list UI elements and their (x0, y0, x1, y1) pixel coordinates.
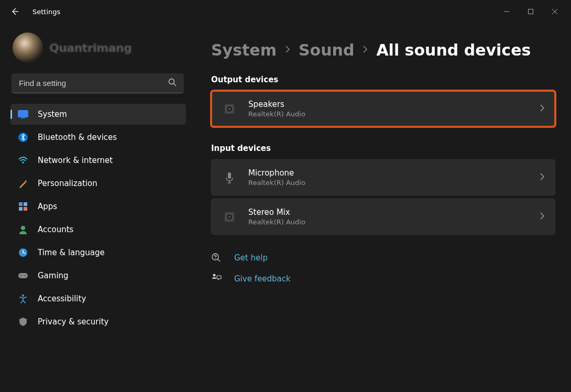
maximize-button[interactable] (519, 3, 543, 20)
search-input[interactable] (12, 73, 184, 93)
sidebar-item-personalization[interactable]: Personalization (10, 173, 186, 194)
chevron-right-icon (540, 104, 544, 114)
svg-point-16 (22, 295, 24, 297)
svg-point-25 (215, 258, 215, 258)
sidebar-item-label: Personalization (38, 179, 97, 188)
svg-rect-0 (529, 9, 533, 14)
sidebar-item-accessibility[interactable]: Accessibility (10, 288, 186, 309)
output-devices-section: Output devices Speakers Realtek(R) Audio (211, 75, 555, 127)
device-text: Microphone Realtek(R) Audio (248, 168, 529, 187)
profile-section[interactable]: Quantrimang (10, 29, 186, 73)
sidebar-item-gaming[interactable]: Gaming (10, 265, 186, 286)
svg-point-11 (21, 226, 25, 230)
sidebar-nav: System Bluetooth & devices Network & int… (10, 104, 186, 332)
breadcrumb: System Sound All sound devices (211, 41, 555, 59)
chevron-right-icon (540, 172, 544, 182)
svg-point-15 (25, 275, 26, 276)
main-content: System Sound All sound devices Output de… (191, 23, 571, 392)
svg-rect-8 (24, 202, 27, 206)
chevron-right-icon (285, 45, 290, 56)
search-icon (168, 78, 177, 89)
svg-rect-20 (228, 172, 231, 179)
svg-point-1 (169, 79, 174, 84)
breadcrumb-system[interactable]: System (211, 41, 277, 59)
app-title: Settings (32, 8, 60, 16)
sidebar-item-label: Network & internet (38, 156, 113, 165)
svg-point-23 (228, 216, 230, 218)
sidebar-item-label: Accessibility (38, 294, 86, 303)
feedback-icon (211, 273, 222, 285)
sidebar-item-label: Apps (38, 202, 57, 211)
privacy-icon (18, 317, 28, 327)
give-feedback-label: Give feedback (234, 274, 291, 284)
microphone-icon (222, 170, 237, 185)
accessibility-icon (18, 293, 28, 304)
search-container (12, 73, 184, 93)
svg-rect-10 (24, 207, 27, 211)
device-name: Speakers (248, 100, 529, 109)
system-icon (18, 109, 28, 119)
avatar (13, 32, 43, 63)
sidebar-item-accounts[interactable]: Accounts (10, 219, 186, 240)
svg-point-19 (228, 108, 230, 110)
speaker-icon (222, 210, 237, 224)
time-language-icon (18, 247, 28, 258)
chevron-right-icon (540, 212, 544, 222)
sidebar-item-apps[interactable]: Apps (10, 196, 186, 217)
sidebar-item-label: Privacy & security (38, 317, 108, 326)
svg-rect-27 (217, 276, 221, 279)
sidebar-item-label: System (38, 110, 67, 119)
input-devices-section: Input devices Microphone Realtek(R) Audi… (211, 144, 555, 235)
device-driver: Realtek(R) Audio (248, 110, 529, 118)
svg-rect-3 (21, 118, 25, 119)
apps-icon (18, 201, 28, 212)
device-driver: Realtek(R) Audio (248, 218, 529, 226)
sidebar: Quantrimang System Bluetooth & devices N… (0, 23, 191, 392)
svg-point-26 (213, 274, 216, 277)
watermark-text: Quantrimang (49, 41, 131, 55)
accounts-icon (18, 224, 28, 235)
gaming-icon (18, 270, 28, 281)
output-section-title: Output devices (211, 75, 555, 84)
device-speakers[interactable]: Speakers Realtek(R) Audio (211, 91, 555, 127)
svg-rect-9 (19, 207, 23, 211)
svg-point-5 (22, 161, 24, 164)
sidebar-item-network[interactable]: Network & internet (10, 150, 186, 171)
sidebar-item-label: Bluetooth & devices (38, 133, 117, 142)
device-microphone[interactable]: Microphone Realtek(R) Audio (211, 159, 555, 195)
get-help-label: Get help (234, 253, 268, 263)
svg-rect-7 (19, 202, 23, 206)
personalization-icon (18, 178, 28, 189)
bluetooth-icon (18, 132, 28, 143)
get-help-link[interactable]: Get help (211, 252, 555, 264)
device-driver: Realtek(R) Audio (248, 179, 529, 187)
device-name: Microphone (248, 168, 529, 178)
device-text: Speakers Realtek(R) Audio (248, 100, 529, 118)
network-icon (18, 155, 28, 166)
speaker-icon (222, 102, 237, 116)
close-button[interactable] (543, 3, 567, 20)
titlebar: Settings (0, 0, 571, 23)
device-stereo-mix[interactable]: Stereo Mix Realtek(R) Audio (211, 199, 555, 235)
sidebar-item-bluetooth[interactable]: Bluetooth & devices (10, 127, 186, 148)
svg-rect-13 (18, 273, 28, 278)
sidebar-item-label: Accounts (38, 225, 73, 234)
sidebar-item-time-language[interactable]: Time & language (10, 242, 186, 263)
sidebar-item-label: Time & language (38, 248, 105, 257)
profile-text: Quantrimang (49, 41, 131, 55)
window-controls (495, 3, 567, 20)
input-section-title: Input devices (211, 144, 555, 153)
sidebar-item-label: Gaming (38, 271, 69, 280)
device-text: Stereo Mix Realtek(R) Audio (248, 208, 529, 226)
svg-point-14 (20, 275, 21, 276)
sidebar-item-system[interactable]: System (10, 104, 186, 125)
svg-rect-2 (18, 111, 28, 117)
sidebar-item-privacy[interactable]: Privacy & security (10, 311, 186, 332)
help-links: Get help Give feedback (211, 252, 555, 285)
give-feedback-link[interactable]: Give feedback (211, 273, 555, 285)
minimize-button[interactable] (495, 3, 519, 20)
breadcrumb-sound[interactable]: Sound (299, 41, 354, 59)
help-icon (211, 252, 222, 264)
breadcrumb-current: All sound devices (376, 41, 531, 59)
back-button[interactable] (4, 1, 25, 22)
